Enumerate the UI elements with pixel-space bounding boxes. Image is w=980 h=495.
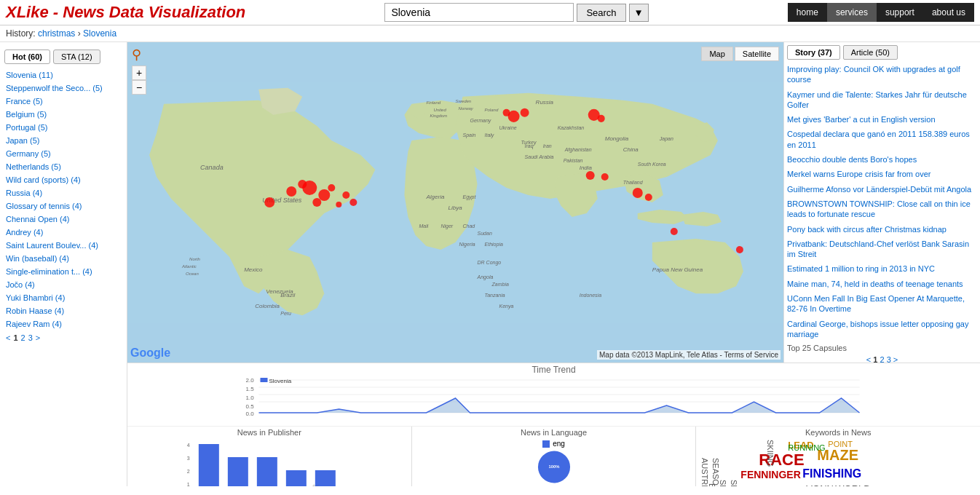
svg-text:1.0: 1.0 <box>246 395 255 401</box>
svg-text:Ethiopia: Ethiopia <box>485 242 503 248</box>
stories-next[interactable]: > <box>893 355 898 363</box>
sidebar-tabs: Hot (60) STA (12) <box>0 47 127 68</box>
svg-text:Italy: Italy <box>485 132 494 138</box>
breadcrumb-slovenia[interactable]: Slovenia <box>83 28 116 39</box>
stories-prev[interactable]: < <box>866 355 871 363</box>
svg-point-52 <box>318 189 330 201</box>
list-item: Glossary of tennis (4) <box>0 199 127 213</box>
tab-story[interactable]: Story (37) <box>787 45 840 60</box>
svg-point-71 <box>736 246 743 253</box>
breadcrumb-history[interactable]: christmas <box>38 28 75 39</box>
story-link[interactable]: Kaymer und die Talente: Starkes Jahr für… <box>787 90 977 111</box>
list-item: Japan (5) <box>0 134 127 147</box>
stories-tabs: Story (37) Article (50) <box>787 45 977 60</box>
tab-article[interactable]: Article (50) <box>843 45 898 60</box>
svg-point-66 <box>586 171 595 180</box>
language-pie: 100% <box>518 449 590 485</box>
google-logo: Google <box>130 346 170 360</box>
list-item: Andrey (4) <box>0 226 127 239</box>
keyword: SKIING <box>766 440 775 467</box>
svg-point-57 <box>342 191 349 199</box>
charts-row: News in Publisher 4 3 2 1 0 <box>127 427 980 486</box>
svg-text:1: 1 <box>187 482 190 486</box>
sidebar-tab-sta[interactable]: STA (12) <box>53 50 100 64</box>
zoom-in-button[interactable]: + <box>132 66 146 80</box>
story-link[interactable]: BROWNSTOWN TOWNSHIP: Close call on thin … <box>787 199 977 220</box>
content-area: Map Satellite ⚲ + − <box>127 42 980 486</box>
keyword: WORLD <box>835 483 870 486</box>
story-link[interactable]: Cardinal George, bishops issue letter op… <box>787 319 977 340</box>
svg-text:Japan: Japan <box>659 136 673 142</box>
svg-text:Sudan: Sudan <box>478 231 492 236</box>
list-item: Wild card (sports) (4) <box>0 173 127 186</box>
stories-page-2[interactable]: 2 <box>880 355 884 363</box>
search-button[interactable]: Search <box>577 4 625 22</box>
svg-text:Finland: Finland <box>426 100 440 105</box>
search-dropdown-button[interactable]: ▼ <box>629 4 649 22</box>
zoom-out-button[interactable]: − <box>132 80 146 95</box>
svg-point-63 <box>503 109 510 116</box>
publisher-bars: 4 3 2 1 0 CNN Europe Sierra Sun <box>132 440 407 486</box>
svg-text:Saudi Arabia: Saudi Arabia <box>525 154 554 159</box>
list-item: Belgium (5) <box>0 108 127 121</box>
sidebar-next-page[interactable]: > <box>36 333 40 342</box>
keyword: RUNNING <box>788 443 825 452</box>
nav-home[interactable]: home <box>788 3 827 22</box>
nav-about[interactable]: about us <box>923 3 974 22</box>
app-title: XLike - News Data Visualization <box>6 3 245 22</box>
svg-text:Poland: Poland <box>485 108 499 112</box>
sidebar-prev-page[interactable]: < <box>6 333 10 342</box>
stories-page-3[interactable]: 3 <box>887 355 891 363</box>
sidebar-tab-hot[interactable]: Hot (60) <box>4 50 50 64</box>
svg-text:South Korea: South Korea <box>638 162 666 167</box>
time-trend-chart: 2.0 1.5 1.0 0.5 0.0 Slovenia <box>133 376 974 416</box>
svg-text:3: 3 <box>187 456 190 461</box>
sidebar-page-3[interactable]: 3 <box>28 333 33 342</box>
svg-text:Mexico: Mexico <box>244 266 263 273</box>
map-attribution: Map data ©2013 MapLink, Tele Atlas - Ter… <box>597 350 781 360</box>
story-link[interactable]: Maine man, 74, held in deaths of teenage… <box>787 279 977 289</box>
story-link[interactable]: UConn Men Fall In Big East Opener At Mar… <box>787 293 977 314</box>
svg-text:Thailand: Thailand <box>623 180 644 185</box>
sidebar: Hot (60) STA (12) Slovenia (11) Steppenw… <box>0 42 127 486</box>
language-chart-title: News in Language <box>521 428 587 437</box>
satellite-button[interactable]: Satellite <box>735 47 779 61</box>
stories-panel: Story (37) Article (50) Improving play: … <box>783 42 980 363</box>
keyword: FINISHING <box>802 467 861 480</box>
map-container[interactable]: Map Satellite ⚲ + − <box>127 42 783 363</box>
story-link[interactable]: Estimated 1 million to ring in 2013 in N… <box>787 264 977 274</box>
story-link[interactable]: Met gives 'Barber' a cut in English vers… <box>787 114 977 124</box>
top-capsules-label: Top 25 Capsules <box>787 344 977 352</box>
stories-page-1[interactable]: 1 <box>873 355 877 363</box>
story-link[interactable]: Cospedal declara que ganó en 2011 158.38… <box>787 129 977 150</box>
svg-text:Kenya: Kenya <box>499 304 514 309</box>
story-link[interactable]: Pony back with circus after Christmas ki… <box>787 224 977 234</box>
search-input[interactable] <box>384 3 574 22</box>
svg-text:Ukraine: Ukraine <box>499 125 517 130</box>
time-trend: Time Trend 2.0 1.5 1.0 0.5 0.0 S <box>127 363 980 427</box>
svg-text:Spain: Spain <box>463 132 476 138</box>
nav-support[interactable]: support <box>877 3 923 22</box>
story-link[interactable]: Privatbank: Deutschland-Chef verlöst Ban… <box>787 239 977 260</box>
map-button[interactable]: Map <box>701 47 732 61</box>
svg-text:0.0: 0.0 <box>246 411 255 416</box>
svg-rect-92 <box>257 457 277 486</box>
svg-text:India: India <box>580 165 593 171</box>
svg-text:Ocean: Ocean <box>186 272 199 276</box>
sidebar-page-2[interactable]: 2 <box>21 333 25 342</box>
story-link[interactable]: Improving play: Council OK with upgrades… <box>787 64 977 85</box>
breadcrumb: History: christmas › Slovenia <box>0 25 980 42</box>
top-row: Map Satellite ⚲ + − <box>127 42 980 363</box>
svg-text:Kingdom: Kingdom <box>430 114 447 118</box>
sidebar-pagination: < 1 2 3 > <box>0 330 127 345</box>
story-link[interactable]: Guilherme Afonso vor Länderspiel-Debüt m… <box>787 184 977 194</box>
svg-point-70 <box>671 228 678 235</box>
svg-text:Brazil: Brazil <box>280 292 295 298</box>
svg-text:Libya: Libya <box>448 205 462 211</box>
svg-rect-82 <box>261 378 268 382</box>
story-link[interactable]: Beocchio double dents Boro's hopes <box>787 154 977 165</box>
nav-services[interactable]: services <box>827 3 877 22</box>
list-item: Germany (5) <box>0 147 127 160</box>
story-link[interactable]: Merkel warns Europe crisis far from over <box>787 169 977 179</box>
sidebar-page-1[interactable]: 1 <box>13 333 17 342</box>
